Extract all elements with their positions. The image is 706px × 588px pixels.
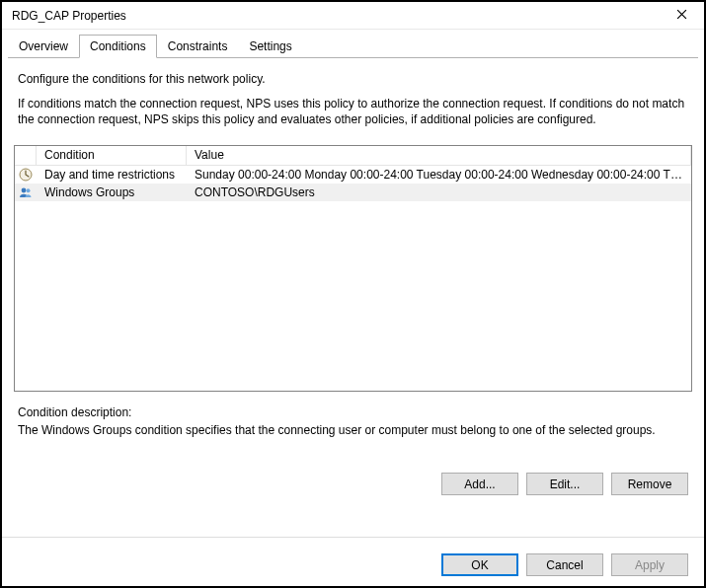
group-icon [15,184,37,200]
edit-button[interactable]: Edit... [526,473,603,495]
spacer [14,495,692,529]
list-header: Condition Value [15,146,691,166]
add-button[interactable]: Add... [441,473,518,495]
description-label: Condition description: [18,405,688,419]
cell-condition: Windows Groups [37,185,187,199]
button-label: Remove [628,478,672,491]
svg-point-1 [22,188,27,193]
ok-button[interactable]: OK [441,553,518,576]
header-icon-col[interactable] [15,146,37,166]
remove-button[interactable]: Remove [611,473,688,495]
clock-icon [15,167,37,183]
tab-content: Configure the conditions for this networ… [2,58,704,537]
description-text: The Windows Groups condition specifies t… [18,423,688,437]
list-body: Day and time restrictions Sunday 00:00-2… [15,166,691,391]
list-row[interactable]: Day and time restrictions Sunday 00:00-2… [15,166,691,184]
tab-label: Overview [19,39,68,53]
button-label: Apply [635,558,665,572]
button-label: Edit... [550,478,581,491]
tab-conditions[interactable]: Conditions [79,35,157,58]
conditions-list[interactable]: Condition Value Day and time restriction… [14,145,692,392]
close-icon [676,9,687,23]
list-row[interactable]: Windows Groups CONTOSO\RDGUsers [15,184,691,201]
header-value[interactable]: Value [187,146,691,166]
dialog-buttons: OK Cancel Apply [14,548,692,576]
cell-value: CONTOSO\RDGUsers [187,185,691,199]
tab-label: Constraints [168,39,228,53]
tab-constraints[interactable]: Constraints [157,35,239,58]
tab-bar: Overview Conditions Constraints Settings [2,30,704,57]
button-label: Add... [464,478,495,491]
intro-line-2: If conditions match the connection reque… [18,96,688,127]
tab-label: Settings [249,39,291,53]
apply-button[interactable]: Apply [611,553,688,576]
svg-point-2 [27,189,31,193]
tab-overview[interactable]: Overview [8,35,79,58]
cell-value: Sunday 00:00-24:00 Monday 00:00-24:00 Tu… [187,168,691,182]
intro-line-1: Configure the conditions for this networ… [18,72,688,86]
condition-buttons: Add... Edit... Remove [14,467,692,495]
cancel-button[interactable]: Cancel [526,553,603,576]
header-condition[interactable]: Condition [37,146,187,166]
properties-dialog: RDG_CAP Properties Overview Conditions C… [0,0,706,588]
button-label: OK [471,558,488,572]
tab-label: Conditions [90,39,146,53]
cell-condition: Day and time restrictions [37,168,187,182]
tab-settings[interactable]: Settings [238,35,302,58]
dialog-footer: OK Cancel Apply [2,537,704,586]
close-button[interactable] [665,5,698,27]
button-label: Cancel [546,558,583,572]
titlebar: RDG_CAP Properties [2,2,704,30]
window-title: RDG_CAP Properties [12,9,665,23]
